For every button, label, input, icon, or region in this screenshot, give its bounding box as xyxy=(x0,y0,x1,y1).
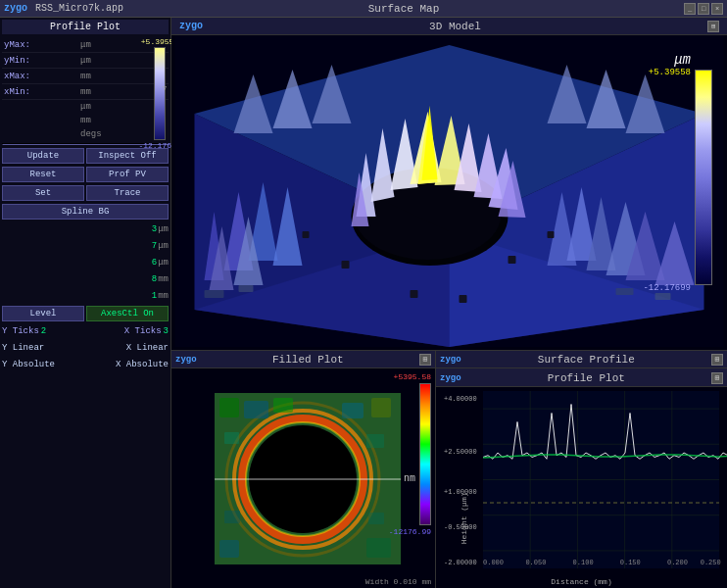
inspect-off-button[interactable]: Inspect Off xyxy=(86,148,169,164)
svg-rect-41 xyxy=(342,261,350,269)
ticks-row: Y Ticks 2 X Ticks 3 xyxy=(2,323,169,339)
svg-rect-59 xyxy=(219,540,239,558)
svg-rect-42 xyxy=(509,256,516,264)
svg-rect-55 xyxy=(244,401,268,418)
surface-zygo-logo: zygo xyxy=(440,355,461,365)
trace-param-3: 6 μm xyxy=(2,255,169,270)
profile-plot-header: zygo Profile Plot ⊞ xyxy=(436,369,727,387)
x-axis-label: Distance (mm) xyxy=(551,577,611,586)
plot-area: Height (μm) Distance (mm) +4.00000 +2.50… xyxy=(436,387,727,588)
ymin-label: yMin: xyxy=(2,56,39,66)
profile-expand-btn[interactable]: ⊞ xyxy=(711,372,723,384)
model-title: 3D Model xyxy=(203,21,707,32)
trace-param-4: 8 mm xyxy=(2,271,169,287)
trace-unit-2: μm xyxy=(158,241,169,251)
profile-plot-title: Profile Plot xyxy=(461,372,711,384)
surface-3d-svg xyxy=(171,35,727,347)
scale-max: +5.39558 xyxy=(649,68,691,77)
surface-expand-btn[interactable]: ⊞ xyxy=(711,354,723,366)
svg-text:0.100: 0.100 xyxy=(573,559,594,566)
x-absolute-label[interactable]: X Absolute xyxy=(116,360,169,369)
close-btn[interactable]: × xyxy=(711,3,723,15)
y-ticks-label: Y Ticks xyxy=(2,326,39,336)
minimize-btn[interactable]: _ xyxy=(684,3,696,15)
prof-pv-button[interactable]: Prof PV xyxy=(86,167,169,182)
reset-button[interactable]: Reset xyxy=(2,167,84,182)
left-panel: Profile Plot yMax: μm yMin: μm xMax: xyxy=(0,18,171,588)
filled-header: zygo Filled Plot ⊞ xyxy=(171,351,435,368)
update-button[interactable]: Update xyxy=(2,148,84,164)
trace-val-3: 6 xyxy=(152,258,157,268)
svg-text:0.250: 0.250 xyxy=(701,559,721,566)
trace-button[interactable]: Trace xyxy=(86,185,169,201)
app-title: Surface Map xyxy=(123,3,684,15)
svg-rect-44 xyxy=(460,295,467,303)
filled-min-val: -12176.99 xyxy=(389,527,431,536)
ymin-row: yMin: μm xyxy=(2,53,169,69)
svg-rect-38 xyxy=(239,285,254,292)
reset-profpv-row: Reset Prof PV xyxy=(2,166,169,183)
profile-plot-panel: zygo Profile Plot ⊞ Height (μm) Distance… xyxy=(436,368,727,588)
filled-zygo-logo: zygo xyxy=(175,355,197,365)
svg-text:0.150: 0.150 xyxy=(620,559,641,566)
filled-title: Filled Plot xyxy=(197,354,419,366)
main-layout: Profile Plot yMax: μm yMin: μm xMax: xyxy=(0,18,727,588)
ymax-unit: μm xyxy=(80,40,91,50)
surface-profile-title: Surface Profile xyxy=(461,354,711,366)
x-ticks-label: X Ticks xyxy=(124,326,162,336)
right-content: zygo 3D Model ⊞ xyxy=(171,18,727,588)
scale-bar xyxy=(695,70,712,285)
svg-rect-58 xyxy=(371,398,391,417)
model-expand-btn[interactable]: ⊞ xyxy=(707,21,719,32)
trace-unit-5: mm xyxy=(158,291,169,301)
ymax-label: yMax: xyxy=(2,40,39,50)
trace-unit-1: μm xyxy=(158,224,169,234)
model-panel: zygo 3D Model ⊞ xyxy=(171,18,727,351)
xmin-label: xMin: xyxy=(2,87,39,97)
svg-rect-39 xyxy=(616,288,634,295)
scale-min: -12.17699 xyxy=(643,283,691,293)
svg-rect-37 xyxy=(205,290,224,298)
x-linear-label[interactable]: X Linear xyxy=(126,343,169,353)
filled-width: Width 0.010 mm xyxy=(365,577,431,586)
window-controls: _ □ × xyxy=(684,3,723,15)
y-absolute-label[interactable]: Y Absolute xyxy=(2,360,55,369)
level-button[interactable]: Level xyxy=(2,306,84,321)
scale-unit: μm xyxy=(674,52,691,68)
left-scale-arrow: ▽ xyxy=(163,84,167,92)
xmax-label: xMax: xyxy=(2,72,39,81)
filled-plot-svg xyxy=(215,393,401,564)
y-tick-3: +2.50000 xyxy=(444,448,477,456)
y-axis-label: Height (μm) xyxy=(460,492,468,544)
bottom-panels: zygo Filled Plot ⊞ xyxy=(171,351,727,588)
spline-row: Spline BG xyxy=(2,203,169,220)
trace-unit-4: mm xyxy=(158,274,169,284)
xmin-unit: mm xyxy=(80,87,91,97)
y-tick-4: +4.00000 xyxy=(444,395,477,403)
filled-expand-btn[interactable]: ⊞ xyxy=(419,354,431,366)
svg-rect-64 xyxy=(224,511,240,523)
xmax-row: xMax: mm xyxy=(2,69,169,84)
y-linear-label[interactable]: Y Linear xyxy=(2,343,44,353)
set-button[interactable]: Set xyxy=(2,185,84,201)
spline-bg-button[interactable]: Spline BG xyxy=(2,204,169,220)
svg-rect-57 xyxy=(342,403,364,418)
y-tick-2: +1.00000 xyxy=(444,488,477,496)
axes-ctl-button[interactable]: AxesCtl On xyxy=(86,306,169,321)
surface-profile-header: zygo Surface Profile ⊞ xyxy=(436,351,727,368)
svg-rect-40 xyxy=(655,293,671,300)
filled-max-val: +5395.58 xyxy=(394,372,431,381)
trace-param-5: 1 mm xyxy=(2,288,169,304)
model-zygo-logo: zygo xyxy=(179,21,203,31)
svg-text:0.050: 0.050 xyxy=(525,559,546,566)
svg-text:0.000: 0.000 xyxy=(483,559,504,566)
maximize-btn[interactable]: □ xyxy=(698,3,709,15)
linear-row: Y Linear X Linear xyxy=(2,340,169,356)
unit-mm: mm xyxy=(80,116,91,125)
top-bar: zygo RSS_Micro7k.app Surface Map _ □ × xyxy=(0,0,727,18)
trace-val-2: 7 xyxy=(152,241,157,251)
svg-rect-63 xyxy=(366,434,384,448)
y-tick-0: -2.00000 xyxy=(444,559,477,566)
svg-rect-60 xyxy=(366,538,391,558)
svg-rect-65 xyxy=(368,513,384,524)
